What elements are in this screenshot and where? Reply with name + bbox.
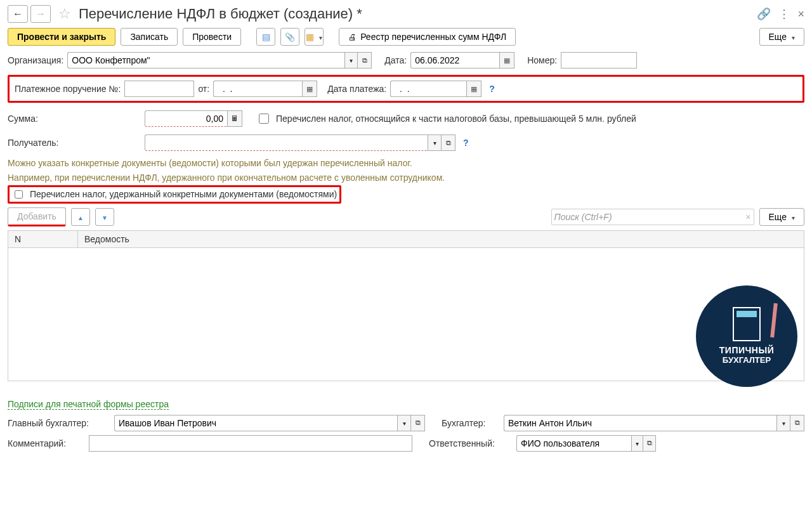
accountant-input[interactable] <box>504 415 776 431</box>
recipient-input[interactable] <box>145 134 428 151</box>
nav-forward-button[interactable]: → <box>30 5 51 23</box>
org-label: Организация: <box>8 55 63 65</box>
table-more-button[interactable]: Еще <box>759 208 805 226</box>
by-documents-label: Перечислен налог, удержанный конкретными… <box>30 189 337 199</box>
date-label: Дата: <box>384 55 407 65</box>
acc-open-icon[interactable] <box>790 415 804 431</box>
resp-dropdown-icon[interactable] <box>631 435 644 452</box>
resp-open-icon[interactable] <box>643 435 656 452</box>
acc-dropdown-icon[interactable] <box>776 415 790 431</box>
number-label: Номер: <box>527 55 557 65</box>
document-icon <box>262 32 270 42</box>
comment-label: Комментарий: <box>8 438 84 448</box>
more-button[interactable]: Еще <box>759 28 805 46</box>
number-input[interactable] <box>561 52 637 69</box>
favorite-star-icon[interactable]: ☆ <box>56 5 74 23</box>
table-search-input[interactable]: Поиск (Ctrl+F) × <box>551 209 754 225</box>
nav-back-button[interactable]: ← <box>8 5 28 23</box>
chief-dropdown-icon[interactable] <box>397 415 411 431</box>
watermark-line2: БУХГАЛТЕР <box>723 355 771 365</box>
payment-order-number-input[interactable] <box>124 81 194 97</box>
col-vedomost: Ведомость <box>78 234 804 244</box>
sum-input[interactable] <box>145 110 227 127</box>
over-5m-checkbox[interactable] <box>259 114 269 124</box>
payment-order-date-calendar-icon[interactable] <box>302 81 317 97</box>
col-n: N <box>8 231 78 247</box>
save-button[interactable]: Записать <box>121 28 178 46</box>
responsible-label: Ответственный: <box>429 438 511 448</box>
attachment-button[interactable] <box>280 28 299 46</box>
payment-date-calendar-icon[interactable] <box>466 81 481 97</box>
search-clear-icon[interactable]: × <box>745 212 750 222</box>
help-icon[interactable]: ? <box>489 84 495 94</box>
date-input[interactable] <box>410 52 499 69</box>
comment-input[interactable] <box>89 435 412 452</box>
document-icon-button[interactable] <box>256 28 275 46</box>
help-text-2: Например, при перечислении НДФЛ, удержан… <box>8 172 804 184</box>
org-open-icon[interactable] <box>358 52 372 69</box>
create-based-button[interactable] <box>304 28 324 46</box>
printer-icon <box>348 32 357 42</box>
arrow-up-icon <box>77 212 84 222</box>
post-and-close-button[interactable]: Провести и закрыть <box>8 28 115 46</box>
table-more-label: Еще <box>769 212 787 222</box>
chief-accountant-label: Главный бухгалтер: <box>8 418 109 428</box>
by-documents-highlight: Перечислен налог, удержанный конкретными… <box>8 185 341 204</box>
more-label: Еще <box>769 32 787 42</box>
add-row-button[interactable]: Добавить <box>8 207 66 226</box>
link-icon[interactable]: 🔗 <box>757 7 771 21</box>
move-up-button[interactable] <box>71 208 90 226</box>
arrow-down-icon <box>102 212 108 222</box>
recipient-label: Получатель: <box>8 138 141 148</box>
post-button[interactable]: Провести <box>183 28 241 46</box>
recipient-open-icon[interactable] <box>442 134 455 151</box>
watermark-badge: ТИПИЧНЫЙ БУХГАЛТЕР <box>696 285 797 387</box>
watermark-line1: ТИПИЧНЫЙ <box>719 345 774 355</box>
org-dropdown-icon[interactable] <box>344 52 358 69</box>
registry-button[interactable]: Реестр перечисленных сумм НДФЛ <box>339 28 516 46</box>
help-text-1: Можно указать конкретные документы (ведо… <box>8 157 804 169</box>
new-doc-icon <box>306 32 314 42</box>
page-title: Перечисление НДФЛ в бюджет (создание) * <box>79 6 754 22</box>
payment-order-date-input[interactable] <box>213 81 302 97</box>
over-5m-label: Перечислен налог, относящийся к части на… <box>276 114 636 124</box>
move-down-button[interactable] <box>95 208 114 226</box>
date-calendar-icon[interactable] <box>499 52 514 69</box>
paperclip-icon <box>285 32 295 42</box>
chief-open-icon[interactable] <box>411 415 425 431</box>
payment-date-label: Дата платежа: <box>327 84 386 94</box>
kebab-menu-icon[interactable]: ⋮ <box>778 7 790 21</box>
registry-label: Реестр перечисленных сумм НДФЛ <box>360 32 506 42</box>
chief-accountant-input[interactable] <box>114 415 397 431</box>
org-input[interactable] <box>67 52 344 69</box>
payment-date-input[interactable] <box>390 81 466 97</box>
by-documents-checkbox[interactable] <box>15 190 23 199</box>
sum-label: Сумма: <box>8 114 141 124</box>
recipient-dropdown-icon[interactable] <box>428 134 442 151</box>
table-header: N Ведомость <box>8 230 804 248</box>
close-icon[interactable]: × <box>797 8 804 21</box>
payment-order-label: Платежное поручение №: <box>15 84 121 94</box>
recipient-help-icon[interactable]: ? <box>463 138 469 148</box>
payment-order-highlight: Платежное поручение №: от: Дата платежа:… <box>8 75 804 103</box>
payment-order-from-label: от: <box>198 84 209 94</box>
accountant-label: Бухгалтер: <box>442 418 499 428</box>
sum-calc-icon[interactable] <box>227 110 242 127</box>
signatures-link[interactable]: Подписи для печатной формы реестра <box>8 399 169 410</box>
table-body: ТИПИЧНЫЙ БУХГАЛТЕР <box>8 248 804 381</box>
search-placeholder: Поиск (Ctrl+F) <box>554 212 612 222</box>
responsible-input[interactable] <box>516 435 631 452</box>
